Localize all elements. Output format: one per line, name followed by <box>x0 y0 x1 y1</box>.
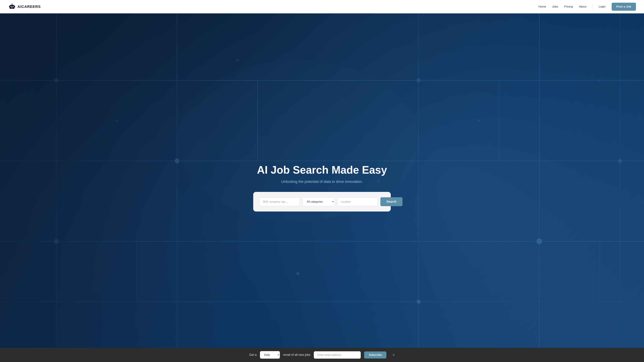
svg-point-29 <box>598 79 601 82</box>
category-select[interactable]: All categories Machine Learning Data Sci… <box>302 197 334 206</box>
banner-suffix-text: email of all new jobs <box>283 353 310 357</box>
navbar: AICAREERS Home Jobs Pricing About Login … <box>0 0 644 13</box>
svg-rect-3 <box>12 7 13 8</box>
nav-pricing[interactable]: Pricing <box>564 5 573 8</box>
brand-name: AICAREERS <box>18 4 41 9</box>
svg-point-26 <box>236 59 239 61</box>
nav-links: Home Jobs Pricing About Login Post a Job <box>538 3 636 11</box>
login-link[interactable]: Login <box>598 5 606 8</box>
svg-rect-6 <box>9 6 10 7</box>
logo-link[interactable]: AICAREERS <box>8 3 41 11</box>
nav-about[interactable]: About <box>579 5 586 8</box>
svg-point-28 <box>478 119 480 122</box>
svg-point-21 <box>618 159 622 163</box>
banner-prefix-text: Get a <box>249 353 256 357</box>
svg-point-1 <box>10 6 12 7</box>
post-job-button[interactable]: Post a Job <box>612 3 636 11</box>
logo-icon <box>8 3 16 11</box>
svg-point-2 <box>12 6 14 7</box>
hero-hand-overlay <box>0 13 226 362</box>
nav-home[interactable]: Home <box>538 5 546 8</box>
svg-rect-7 <box>14 6 15 7</box>
svg-point-5 <box>12 3 12 4</box>
nav-jobs[interactable]: Jobs <box>552 5 558 8</box>
hero-section: AI Job Search Made Easy Unlocking the po… <box>0 0 644 362</box>
subscribe-button[interactable]: Subscribe <box>364 352 386 359</box>
skill-search-input[interactable] <box>259 197 300 206</box>
nav-divider <box>592 4 592 9</box>
email-input[interactable] <box>314 351 361 359</box>
hero-title: AI Job Search Made Easy <box>250 164 394 176</box>
svg-point-30 <box>296 272 299 275</box>
svg-rect-0 <box>10 5 14 9</box>
frequency-select[interactable]: Daily Weekly Monthly <box>260 351 280 359</box>
hero-content: AI Job Search Made Easy Unlocking the po… <box>246 164 398 212</box>
search-row: All categories Machine Learning Data Sci… <box>259 197 385 206</box>
search-box: All categories Machine Learning Data Sci… <box>253 192 391 212</box>
search-button[interactable]: Search <box>380 197 402 206</box>
location-input[interactable] <box>337 197 378 206</box>
hero-subtitle: Unlocking the potential of data to drive… <box>250 179 394 184</box>
close-banner-button[interactable]: × <box>392 353 395 357</box>
subscribe-banner: Get a Daily Weekly Monthly email of all … <box>0 348 644 362</box>
